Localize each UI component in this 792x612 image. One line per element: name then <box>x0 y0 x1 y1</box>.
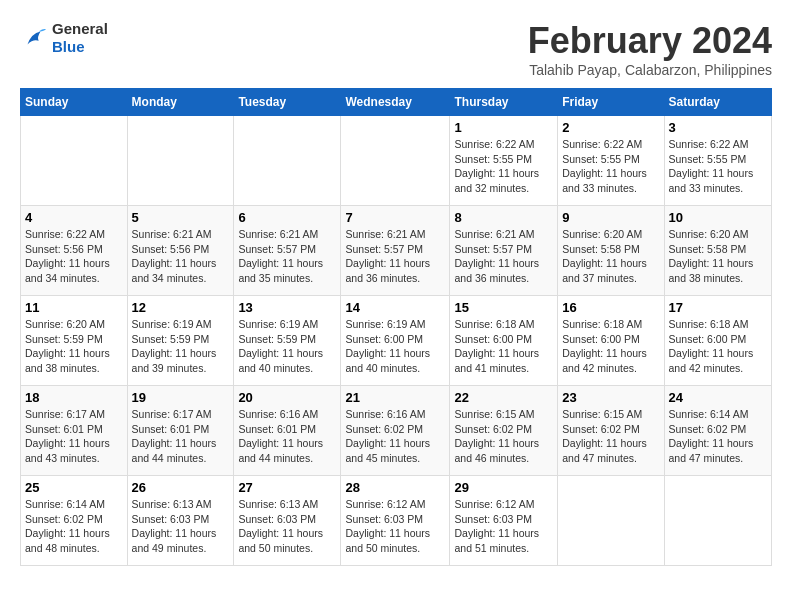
day-info: Sunrise: 6:22 AMSunset: 5:55 PMDaylight:… <box>669 137 767 196</box>
day-number: 27 <box>238 480 336 495</box>
day-number: 1 <box>454 120 553 135</box>
col-friday: Friday <box>558 89 664 116</box>
calendar-cell <box>127 116 234 206</box>
day-info: Sunrise: 6:20 AMSunset: 5:59 PMDaylight:… <box>25 317 123 376</box>
header-row: Sunday Monday Tuesday Wednesday Thursday… <box>21 89 772 116</box>
logo-blue-text: Blue <box>52 38 85 55</box>
day-info: Sunrise: 6:18 AMSunset: 6:00 PMDaylight:… <box>669 317 767 376</box>
calendar-cell: 4Sunrise: 6:22 AMSunset: 5:56 PMDaylight… <box>21 206 128 296</box>
day-number: 22 <box>454 390 553 405</box>
day-info: Sunrise: 6:22 AMSunset: 5:56 PMDaylight:… <box>25 227 123 286</box>
day-number: 29 <box>454 480 553 495</box>
logo-text: General Blue <box>52 20 108 56</box>
col-monday: Monday <box>127 89 234 116</box>
day-number: 8 <box>454 210 553 225</box>
day-number: 25 <box>25 480 123 495</box>
day-info: Sunrise: 6:15 AMSunset: 6:02 PMDaylight:… <box>562 407 659 466</box>
calendar-table: Sunday Monday Tuesday Wednesday Thursday… <box>20 88 772 566</box>
day-info: Sunrise: 6:19 AMSunset: 6:00 PMDaylight:… <box>345 317 445 376</box>
calendar-body: 1Sunrise: 6:22 AMSunset: 5:55 PMDaylight… <box>21 116 772 566</box>
calendar-subtitle: Talahib Payap, Calabarzon, Philippines <box>528 62 772 78</box>
day-number: 9 <box>562 210 659 225</box>
calendar-cell: 14Sunrise: 6:19 AMSunset: 6:00 PMDayligh… <box>341 296 450 386</box>
day-info: Sunrise: 6:17 AMSunset: 6:01 PMDaylight:… <box>132 407 230 466</box>
day-number: 7 <box>345 210 445 225</box>
calendar-cell: 1Sunrise: 6:22 AMSunset: 5:55 PMDaylight… <box>450 116 558 206</box>
day-info: Sunrise: 6:20 AMSunset: 5:58 PMDaylight:… <box>669 227 767 286</box>
col-wednesday: Wednesday <box>341 89 450 116</box>
day-info: Sunrise: 6:21 AMSunset: 5:57 PMDaylight:… <box>238 227 336 286</box>
day-info: Sunrise: 6:17 AMSunset: 6:01 PMDaylight:… <box>25 407 123 466</box>
calendar-cell: 5Sunrise: 6:21 AMSunset: 5:56 PMDaylight… <box>127 206 234 296</box>
calendar-cell: 19Sunrise: 6:17 AMSunset: 6:01 PMDayligh… <box>127 386 234 476</box>
logo: General Blue <box>20 20 108 56</box>
calendar-cell <box>664 476 771 566</box>
calendar-cell: 16Sunrise: 6:18 AMSunset: 6:00 PMDayligh… <box>558 296 664 386</box>
calendar-cell: 22Sunrise: 6:15 AMSunset: 6:02 PMDayligh… <box>450 386 558 476</box>
calendar-week-1: 4Sunrise: 6:22 AMSunset: 5:56 PMDaylight… <box>21 206 772 296</box>
calendar-cell: 12Sunrise: 6:19 AMSunset: 5:59 PMDayligh… <box>127 296 234 386</box>
day-info: Sunrise: 6:19 AMSunset: 5:59 PMDaylight:… <box>238 317 336 376</box>
calendar-week-3: 18Sunrise: 6:17 AMSunset: 6:01 PMDayligh… <box>21 386 772 476</box>
logo-icon <box>20 24 48 52</box>
calendar-cell: 27Sunrise: 6:13 AMSunset: 6:03 PMDayligh… <box>234 476 341 566</box>
day-number: 26 <box>132 480 230 495</box>
day-number: 15 <box>454 300 553 315</box>
day-info: Sunrise: 6:22 AMSunset: 5:55 PMDaylight:… <box>454 137 553 196</box>
day-number: 21 <box>345 390 445 405</box>
day-info: Sunrise: 6:20 AMSunset: 5:58 PMDaylight:… <box>562 227 659 286</box>
calendar-cell <box>21 116 128 206</box>
day-info: Sunrise: 6:18 AMSunset: 6:00 PMDaylight:… <box>454 317 553 376</box>
calendar-cell: 9Sunrise: 6:20 AMSunset: 5:58 PMDaylight… <box>558 206 664 296</box>
page-header: General Blue February 2024 Talahib Payap… <box>20 20 772 78</box>
calendar-cell: 26Sunrise: 6:13 AMSunset: 6:03 PMDayligh… <box>127 476 234 566</box>
calendar-cell <box>341 116 450 206</box>
day-info: Sunrise: 6:13 AMSunset: 6:03 PMDaylight:… <box>132 497 230 556</box>
day-number: 23 <box>562 390 659 405</box>
calendar-cell <box>558 476 664 566</box>
day-info: Sunrise: 6:21 AMSunset: 5:57 PMDaylight:… <box>345 227 445 286</box>
calendar-cell: 17Sunrise: 6:18 AMSunset: 6:00 PMDayligh… <box>664 296 771 386</box>
calendar-cell: 13Sunrise: 6:19 AMSunset: 5:59 PMDayligh… <box>234 296 341 386</box>
calendar-cell: 23Sunrise: 6:15 AMSunset: 6:02 PMDayligh… <box>558 386 664 476</box>
day-info: Sunrise: 6:21 AMSunset: 5:56 PMDaylight:… <box>132 227 230 286</box>
day-number: 20 <box>238 390 336 405</box>
day-number: 19 <box>132 390 230 405</box>
day-number: 16 <box>562 300 659 315</box>
calendar-week-4: 25Sunrise: 6:14 AMSunset: 6:02 PMDayligh… <box>21 476 772 566</box>
calendar-week-2: 11Sunrise: 6:20 AMSunset: 5:59 PMDayligh… <box>21 296 772 386</box>
day-number: 17 <box>669 300 767 315</box>
day-number: 14 <box>345 300 445 315</box>
day-info: Sunrise: 6:18 AMSunset: 6:00 PMDaylight:… <box>562 317 659 376</box>
calendar-cell: 28Sunrise: 6:12 AMSunset: 6:03 PMDayligh… <box>341 476 450 566</box>
day-info: Sunrise: 6:16 AMSunset: 6:02 PMDaylight:… <box>345 407 445 466</box>
logo-general-text: General <box>52 20 108 37</box>
day-number: 5 <box>132 210 230 225</box>
day-info: Sunrise: 6:15 AMSunset: 6:02 PMDaylight:… <box>454 407 553 466</box>
calendar-cell: 24Sunrise: 6:14 AMSunset: 6:02 PMDayligh… <box>664 386 771 476</box>
col-saturday: Saturday <box>664 89 771 116</box>
calendar-cell: 10Sunrise: 6:20 AMSunset: 5:58 PMDayligh… <box>664 206 771 296</box>
calendar-header: Sunday Monday Tuesday Wednesday Thursday… <box>21 89 772 116</box>
day-number: 28 <box>345 480 445 495</box>
day-number: 2 <box>562 120 659 135</box>
col-thursday: Thursday <box>450 89 558 116</box>
day-info: Sunrise: 6:14 AMSunset: 6:02 PMDaylight:… <box>669 407 767 466</box>
calendar-week-0: 1Sunrise: 6:22 AMSunset: 5:55 PMDaylight… <box>21 116 772 206</box>
day-info: Sunrise: 6:12 AMSunset: 6:03 PMDaylight:… <box>454 497 553 556</box>
calendar-cell: 3Sunrise: 6:22 AMSunset: 5:55 PMDaylight… <box>664 116 771 206</box>
calendar-cell <box>234 116 341 206</box>
day-info: Sunrise: 6:19 AMSunset: 5:59 PMDaylight:… <box>132 317 230 376</box>
day-number: 13 <box>238 300 336 315</box>
calendar-cell: 29Sunrise: 6:12 AMSunset: 6:03 PMDayligh… <box>450 476 558 566</box>
col-tuesday: Tuesday <box>234 89 341 116</box>
day-info: Sunrise: 6:22 AMSunset: 5:55 PMDaylight:… <box>562 137 659 196</box>
day-number: 12 <box>132 300 230 315</box>
calendar-cell: 15Sunrise: 6:18 AMSunset: 6:00 PMDayligh… <box>450 296 558 386</box>
calendar-cell: 20Sunrise: 6:16 AMSunset: 6:01 PMDayligh… <box>234 386 341 476</box>
day-info: Sunrise: 6:14 AMSunset: 6:02 PMDaylight:… <box>25 497 123 556</box>
day-info: Sunrise: 6:16 AMSunset: 6:01 PMDaylight:… <box>238 407 336 466</box>
col-sunday: Sunday <box>21 89 128 116</box>
title-section: February 2024 Talahib Payap, Calabarzon,… <box>528 20 772 78</box>
day-info: Sunrise: 6:12 AMSunset: 6:03 PMDaylight:… <box>345 497 445 556</box>
